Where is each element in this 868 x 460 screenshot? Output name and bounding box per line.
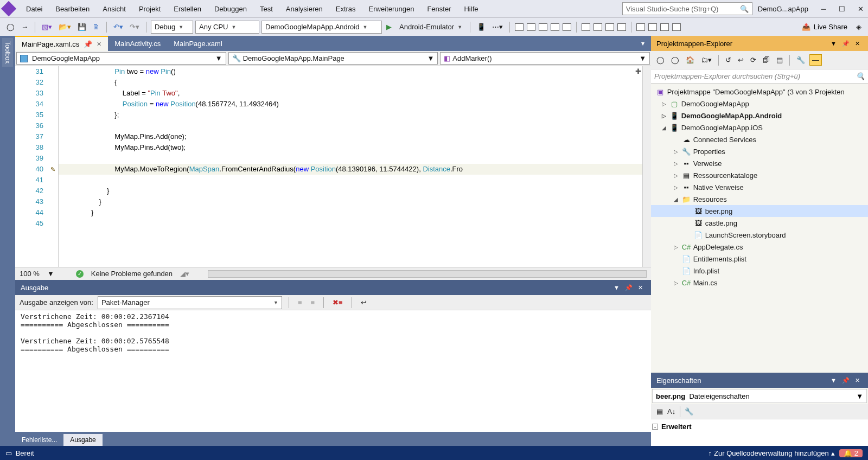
output-wrap-icon[interactable]: ↩ (359, 297, 369, 308)
tab-mainactivity-cs[interactable]: MainActivity.cs (108, 36, 167, 51)
tab-mainpage-xaml[interactable]: MainPage.xaml (167, 36, 229, 51)
tree-file-appdelegate[interactable]: ▷C# AppDelegate.cs (651, 241, 868, 253)
notifications-button[interactable]: 🔔2 (839, 449, 863, 457)
exp-showall-icon[interactable]: 🗐 (761, 55, 772, 65)
exp-refresh-icon[interactable]: ⟳ (748, 55, 758, 65)
tree-native-refs[interactable]: ▷▪▪ Native Verweise (651, 181, 868, 193)
output-text[interactable]: Verstrichene Zeit: 00:00:02.2367104 ====… (15, 310, 651, 432)
exp-home-icon[interactable]: 🏠 (684, 55, 697, 65)
menu-debuggen[interactable]: Debuggen (208, 3, 253, 15)
output-panel-title[interactable]: Ausgabe ▼ 📌 ✕ (15, 280, 651, 295)
live-share-button[interactable]: 📤Live Share (797, 23, 852, 31)
nav-class-combo[interactable]: 🔧DemoGoogleMapApp.MainPage▼ (228, 52, 438, 65)
exp-back-icon[interactable]: ◯ (654, 55, 667, 65)
layout-icon-8[interactable] (605, 23, 614, 31)
xamarin-pair-icon[interactable]: 📱 (475, 22, 488, 32)
quick-launch-search[interactable]: Visual Studio-Suche (Strg+Q) 🔍 (622, 2, 752, 15)
minimize-button[interactable]: ─ (819, 5, 828, 13)
layout-icon-13[interactable] (672, 23, 681, 31)
pin-icon[interactable]: 📌 (84, 40, 92, 48)
platform-combo[interactable]: Any CPU▼ (195, 21, 259, 34)
menu-extras[interactable]: Extras (329, 3, 362, 15)
tab-errorlist[interactable]: Fehlerliste... (15, 434, 63, 446)
close-window-button[interactable]: ✕ (856, 5, 865, 13)
save-all-button[interactable]: 🗎 (91, 22, 102, 32)
props-dropdown-icon[interactable]: ▼ (828, 377, 839, 384)
panel-close-icon[interactable]: ✕ (635, 284, 646, 291)
open-button[interactable]: 📂▾ (56, 22, 73, 32)
tab-output[interactable]: Ausgabe (63, 434, 102, 446)
expand-icon[interactable]: ▷ (662, 113, 669, 119)
exp-sync-icon[interactable]: ↺ (723, 55, 733, 65)
start-debug-button[interactable]: ▶ (384, 22, 394, 32)
toolbox-tab[interactable]: Toolbox (2, 38, 13, 67)
output-clear-icon[interactable]: ✖≡ (330, 297, 345, 308)
layout-icon-6[interactable] (582, 23, 590, 31)
layout-icon-4[interactable] (551, 23, 559, 31)
code-editor[interactable]: 313233343536373839404142434445 ✎ Pin two… (15, 66, 651, 267)
solution-tree[interactable]: ▣ Projektmappe "DemoGoogleMapApp" (3 von… (651, 84, 868, 373)
nav-project-combo[interactable]: DemoGoogleMapApp▼ (16, 52, 226, 65)
menu-ansicht[interactable]: Ansicht (96, 3, 132, 15)
props-close-icon[interactable]: ✕ (852, 377, 863, 384)
properties-title[interactable]: Eigenschaften ▼ 📌 ✕ (651, 373, 868, 388)
tree-resources[interactable]: ◢📁 Resources (651, 193, 868, 205)
collapse-icon[interactable]: ◢ (662, 125, 669, 131)
tree-connected-services[interactable]: ☁ Connected Services (651, 133, 868, 145)
explorer-close-icon[interactable]: ✕ (852, 40, 863, 47)
collapse-icon[interactable]: ◢ (674, 196, 681, 202)
panel-dropdown-icon[interactable]: ▼ (611, 284, 622, 291)
startup-project-combo[interactable]: DemoGoogleMapApp.Android▼ (261, 21, 382, 34)
layout-icon-1[interactable] (515, 23, 524, 31)
layout-icon-10[interactable] (636, 23, 645, 31)
menu-projekt[interactable]: Projekt (132, 3, 167, 15)
properties-grid[interactable]: -Erweitert (651, 419, 868, 446)
tree-project-1[interactable]: ▷▢ DemoGoogleMapApp (651, 98, 868, 110)
menu-bearbeiten[interactable]: Bearbeiten (49, 3, 96, 15)
menu-hilfe[interactable]: Hilfe (457, 3, 484, 15)
menu-fenster[interactable]: Fenster (420, 3, 457, 15)
exp-collapse-icon[interactable]: ↩ (736, 55, 746, 65)
device-combo[interactable]: Android-Emulator▼ (396, 21, 465, 34)
explorer-search[interactable]: Projektmappen-Explorer durchsuchen (Strg… (651, 69, 868, 84)
props-pin-icon[interactable]: 📌 (839, 377, 852, 384)
editor-horizontal-scrollbar[interactable] (208, 270, 647, 278)
output-indent-right-icon[interactable]: ≡ (308, 297, 317, 308)
expand-icon[interactable]: ▷ (674, 184, 681, 190)
panel-pin-icon[interactable]: 📌 (622, 284, 635, 291)
new-project-button[interactable]: ▧▾ (40, 22, 54, 32)
expand-icon[interactable]: ▷ (674, 244, 681, 250)
menu-datei[interactable]: Datei (20, 3, 49, 15)
zoom-combo[interactable]: 100 % (20, 270, 40, 278)
expand-icon[interactable]: ▷ (674, 149, 681, 155)
save-button[interactable]: 💾 (75, 22, 88, 32)
tree-project-2[interactable]: ▷📱 DemoGoogleMapApp.Android (651, 110, 868, 122)
alphabetical-icon[interactable]: A↓ (665, 406, 678, 417)
layout-icon-12[interactable] (660, 23, 669, 31)
exp-properties-icon[interactable]: ▤ (774, 55, 785, 65)
maximize-button[interactable]: ☐ (838, 5, 846, 13)
layout-icon-11[interactable] (648, 23, 657, 31)
expand-icon[interactable]: ▷ (674, 280, 681, 286)
exp-scope-icon[interactable]: 🗂▾ (699, 55, 714, 65)
nav-member-combo[interactable]: ◧AddMarker()▼ (440, 52, 650, 65)
feedback-icon[interactable]: ◈ (854, 22, 864, 32)
nav-back-button[interactable]: ◯ (4, 22, 17, 32)
tab-overflow-button[interactable]: ▾ (635, 36, 651, 51)
expand-icon[interactable]: ▷ (662, 101, 669, 107)
solution-explorer-title[interactable]: Projektmappen-Explorer ▼ 📌 ✕ (651, 36, 868, 51)
config-combo[interactable]: Debug▼ (151, 21, 193, 34)
tree-project-3[interactable]: ◢📱 DemoGoogleMapApp.iOS (651, 122, 868, 133)
categorized-icon[interactable]: ▤ (654, 406, 665, 417)
tree-solution[interactable]: ▣ Projektmappe "DemoGoogleMapApp" (3 von… (651, 86, 868, 98)
tree-properties[interactable]: ▷🔧 Properties (651, 145, 868, 157)
explorer-dropdown-icon[interactable]: ▼ (828, 40, 839, 47)
collapse-group-icon[interactable]: - (652, 424, 658, 430)
undo-button[interactable]: ↶▾ (111, 22, 125, 32)
exp-wrench-icon[interactable]: 🔧 (794, 55, 807, 65)
tree-file-main[interactable]: ▷C# Main.cs (651, 277, 868, 289)
menu-erstellen[interactable]: Erstellen (167, 3, 208, 15)
exp-preview-icon[interactable]: — (809, 54, 822, 66)
tree-file-beer[interactable]: 🖼 beer.png (651, 205, 868, 217)
editor-vertical-scrollbar[interactable] (642, 66, 651, 267)
